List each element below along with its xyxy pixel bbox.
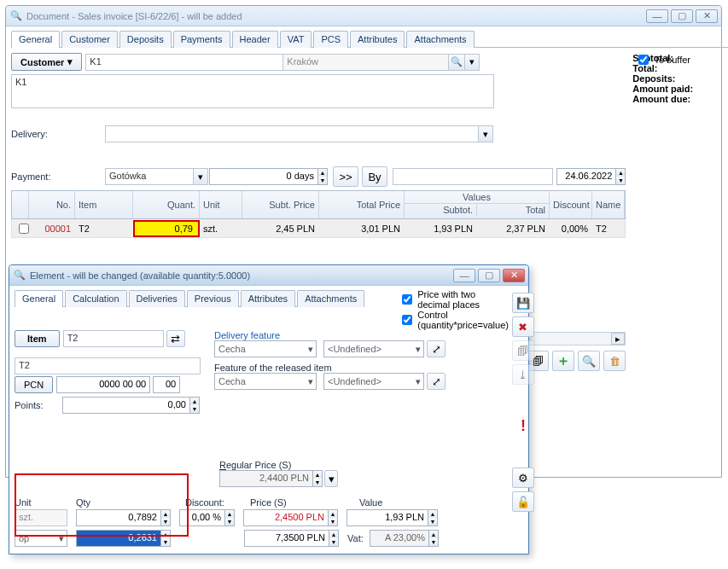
main-tabs: General Customer Deposits Payments Heade… xyxy=(11,30,728,48)
etab-attachments[interactable]: Attachments xyxy=(297,290,364,307)
cell-subtprice: 2,45 PLN xyxy=(242,222,319,235)
t2-field[interactable]: T2 xyxy=(15,357,201,374)
tool-delete[interactable]: 🗑 xyxy=(603,351,626,371)
warning-icon: ! xyxy=(521,417,526,435)
element-titlebar[interactable]: 🔍 Element - will be changed (available q… xyxy=(9,265,528,286)
points-label: Points: xyxy=(15,400,62,410)
col-discount[interactable]: Discount xyxy=(550,191,592,218)
by-field[interactable] xyxy=(393,168,553,185)
customer-city: Kraków xyxy=(282,54,449,71)
etab-calc[interactable]: Calculation xyxy=(65,290,126,307)
tool-add[interactable]: ＋ xyxy=(552,351,574,371)
el-gear[interactable]: ⚙ xyxy=(512,467,534,483)
el-minimize[interactable]: — xyxy=(453,269,475,282)
undef2-dd[interactable]: <Undefined> xyxy=(323,373,424,390)
pcn-button[interactable]: PCN xyxy=(15,376,53,393)
table-row[interactable]: 00001 T2 0,79 szt. 2,45 PLN 3,01 PLN 1,9… xyxy=(11,219,626,238)
customer-code-field[interactable]: K1 xyxy=(85,54,283,71)
col-values[interactable]: Values xyxy=(405,191,549,204)
tab-header[interactable]: Header xyxy=(232,31,278,48)
element-window: 🔍 Element - will be changed (available q… xyxy=(9,264,529,483)
undef1-dd[interactable]: <Undefined> xyxy=(323,340,424,357)
col-item[interactable]: Item xyxy=(75,191,133,218)
col-no[interactable]: No. xyxy=(29,191,75,218)
col-subtprice[interactable]: Subt. Price xyxy=(242,191,319,218)
cell-quant[interactable]: 0,79 xyxy=(133,220,200,237)
days-field[interactable]: 0 days xyxy=(209,168,318,185)
el-close[interactable]: ✕ xyxy=(503,269,525,282)
to-buffer-check[interactable]: To buffer xyxy=(635,52,690,67)
minimize-button[interactable]: — xyxy=(646,9,668,23)
tab-customer[interactable]: Customer xyxy=(61,31,118,48)
cecha2-dd[interactable]: Cecha xyxy=(214,373,317,390)
date-field[interactable]: 24.06.2022 xyxy=(556,168,616,185)
item-value[interactable]: T2 xyxy=(63,330,164,347)
regprice-field: 2,4400 PLN xyxy=(219,470,313,483)
tab-general[interactable]: General xyxy=(11,31,60,48)
customer-search[interactable]: 🔍 xyxy=(448,54,465,71)
tab-attributes[interactable]: Attributes xyxy=(350,31,405,48)
points-spin[interactable]: ▲▼ xyxy=(189,397,200,414)
pcn-code[interactable]: 0000 00 00 xyxy=(56,376,150,393)
el-cancel[interactable]: ✖ xyxy=(512,316,534,337)
cell-totprice: 3,01 PLN xyxy=(319,222,405,235)
by-button[interactable]: By xyxy=(362,166,387,187)
close-button[interactable]: ✕ xyxy=(696,9,718,23)
points-field[interactable]: 0,00 xyxy=(62,397,190,414)
cell-item: T2 xyxy=(75,222,133,235)
col-unit[interactable]: Unit xyxy=(200,191,242,218)
feat2-btn[interactable]: ⤢ xyxy=(427,373,446,390)
released-label: Feature of the released item xyxy=(214,363,509,373)
etab-attributes[interactable]: Attributes xyxy=(241,290,295,307)
item-button[interactable]: Item xyxy=(15,330,60,347)
col-quant[interactable]: Quant. xyxy=(133,191,200,218)
tool-zoom[interactable]: 🔍 xyxy=(578,351,600,371)
to-buffer-box[interactable] xyxy=(638,55,649,65)
regprice-dd[interactable]: ▾ xyxy=(324,470,338,483)
titlebar[interactable]: 🔍 Document - Sales invoice [SI-6/22/6] -… xyxy=(6,6,721,26)
highlight-box xyxy=(15,473,189,483)
col-total[interactable]: Total xyxy=(477,204,549,216)
el-maximize[interactable]: ▢ xyxy=(478,269,500,282)
tab-pcs[interactable]: PCS xyxy=(313,31,348,48)
etab-deliveries[interactable]: Deliveries xyxy=(129,290,185,307)
tab-payments[interactable]: Payments xyxy=(173,31,230,48)
days-spin[interactable]: ▲▼ xyxy=(317,168,328,185)
customer-name[interactable]: K1 xyxy=(11,74,494,108)
window-title: Document - Sales invoice [SI-6/22/6] - w… xyxy=(26,11,242,21)
payment-type[interactable]: Gotówka xyxy=(105,168,194,185)
col-name[interactable]: Name xyxy=(592,191,625,218)
payment-dd[interactable]: ▾ xyxy=(193,168,208,185)
customer-button[interactable]: Customer ▾ xyxy=(11,53,82,71)
cecha1-dd[interactable]: Cecha xyxy=(214,340,317,357)
delivery-dd[interactable]: ▾ xyxy=(478,125,493,142)
chevron-down-icon: ▾ xyxy=(67,56,73,67)
maximize-button[interactable]: ▢ xyxy=(671,9,693,23)
check-control[interactable]: Control (quantity*price=value) xyxy=(399,310,509,330)
element-right-toolbar: 💾 ✖ 🗐 ⤓ ! ⚙ 🔓 xyxy=(512,289,534,483)
el-save[interactable]: 💾 xyxy=(512,293,534,313)
cell-unit: szt. xyxy=(200,222,242,235)
customer-dd[interactable]: ▾ xyxy=(464,54,480,71)
tab-attachments[interactable]: Attachments xyxy=(406,31,474,48)
element-tabs: General Calculation Deliveries Previous … xyxy=(15,289,364,307)
regprice-spin[interactable]: ▲▼ xyxy=(312,470,323,483)
search-icon: 🔍 xyxy=(9,9,23,23)
item-link[interactable]: ⇄ xyxy=(166,330,185,347)
check-2dp[interactable]: Price with two decimal places xyxy=(399,289,509,310)
cell-discount: 0,00% xyxy=(550,222,592,235)
search-icon: 🔍 xyxy=(13,269,26,282)
row-check[interactable] xyxy=(19,224,29,234)
col-totprice[interactable]: Total Price xyxy=(319,191,405,218)
etab-previous[interactable]: Previous xyxy=(187,290,239,307)
feat1-btn[interactable]: ⤢ xyxy=(427,340,446,357)
delivery-field[interactable] xyxy=(105,125,479,142)
date-spin[interactable]: ▲▼ xyxy=(615,168,626,185)
tab-deposits[interactable]: Deposits xyxy=(119,31,172,48)
pcn-suffix[interactable]: 00 xyxy=(153,376,180,393)
col-subtot[interactable]: Subtot. xyxy=(405,204,477,216)
items-grid: No. Item Quant. Unit Subt. Price Total P… xyxy=(11,190,626,238)
etab-general[interactable]: General xyxy=(15,290,63,307)
tab-vat[interactable]: VAT xyxy=(280,31,312,48)
forward-button[interactable]: >> xyxy=(333,166,358,187)
